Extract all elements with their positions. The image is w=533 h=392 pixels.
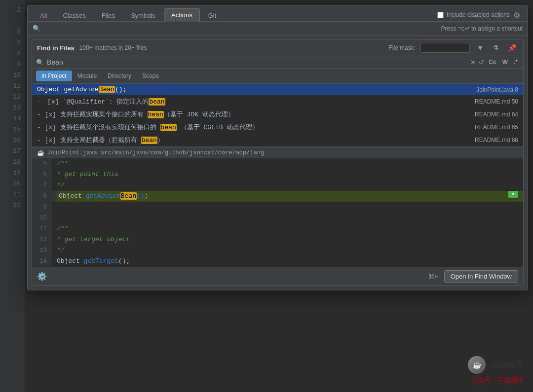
- watermark-main: Java知音: [490, 360, 523, 370]
- preview-line-12: 12 * get target object: [32, 234, 523, 245]
- scope-tab-module[interactable]: Module: [72, 71, 102, 81]
- find-panel-title: Find in Files: [37, 44, 75, 52]
- preview-line-13: 13 */: [32, 245, 523, 256]
- result-item-2[interactable]: - [x] 支持拦截实现某个接口的所有 bean（基于 JDK 动态代理） RE…: [32, 108, 523, 121]
- shortcut-hint: Press ⌥↵ to assign a shortcut: [441, 25, 523, 32]
- file-mask-input[interactable]: [420, 43, 470, 53]
- query-row: 🔍 Bean ✕ ↺ Cc W .*: [32, 56, 523, 69]
- global-search-input[interactable]: [43, 25, 438, 32]
- tab-symbols[interactable]: Symbols: [123, 9, 163, 22]
- result-text-1: - [x] `@Qualifier`: 指定注入的bean: [37, 97, 470, 106]
- code-preview-header: ☕ JoinPoint.java src/main/java/com/githu…: [32, 147, 523, 158]
- clear-query-button[interactable]: ✕: [470, 59, 476, 66]
- case-sensitive-button[interactable]: Cc: [487, 58, 497, 66]
- bean-highlight-0: Bean: [99, 86, 115, 93]
- tab-classes[interactable]: Classes: [55, 9, 93, 22]
- result-text-2: - [x] 支持拦截实现某个接口的所有 bean（基于 JDK 动态代理）: [37, 110, 470, 119]
- file-type-icon: ☕: [37, 149, 44, 156]
- include-disabled-label: Include disabled actions: [447, 11, 510, 18]
- search-results-list: Object getAdviceBean(); JoinPoint.java 8…: [32, 84, 523, 146]
- include-disabled-checkbox[interactable]: [437, 12, 444, 18]
- result-item-0[interactable]: Object getAdviceBean(); JoinPoint.java 8: [32, 84, 523, 95]
- watermark-logo: ☕: [468, 356, 486, 374]
- query-text-display: Bean: [47, 58, 467, 66]
- open-in-find-window-button[interactable]: Open in Find Window: [444, 270, 518, 283]
- scope-filter-tabs: In Project Module Directory Scope: [32, 69, 523, 84]
- watermark-sub: 公众号：芋道源码: [468, 376, 523, 385]
- global-search-row: 🔍 Press ⌥↵ to assign a shortcut: [28, 22, 528, 36]
- preview-line-7: 7 */: [32, 180, 523, 191]
- whole-word-button[interactable]: W: [501, 58, 509, 66]
- tab-git[interactable]: Git: [201, 9, 224, 22]
- preview-line-5: 5 /**: [32, 158, 523, 169]
- tab-files[interactable]: Files: [94, 9, 122, 22]
- bean-highlight-3: bean: [160, 124, 177, 131]
- find-matches-count: 100+ matches in 20+ files: [79, 44, 147, 51]
- query-search-icon: 🔍: [36, 59, 44, 66]
- bean-highlight-1: bean: [149, 98, 165, 106]
- gear-settings-button[interactable]: ⚙️: [37, 272, 47, 281]
- open-shortcut-hint: ⌘↵: [428, 273, 439, 280]
- panel-bottom-bar: ⚙️ ⌘↵ Open in Find Window: [32, 267, 523, 285]
- filter-button[interactable]: ▼: [475, 43, 486, 53]
- result-text-0: Object getAdviceBean();: [37, 86, 471, 93]
- result-item-1[interactable]: - [x] `@Qualifier`: 指定注入的bean README.md …: [32, 95, 523, 108]
- result-text-4: - [x] 支持全局拦截器（拦截所有 bean）: [37, 136, 470, 144]
- file-mask-label: File mask:: [388, 44, 416, 51]
- regex-button[interactable]: .*: [512, 58, 519, 66]
- preview-line-9: 9: [32, 202, 523, 213]
- result-item-4[interactable]: - [x] 支持全局拦截器（拦截所有 bean） README.md 66: [32, 134, 523, 146]
- preview-line-6: 6 * get point this: [32, 169, 523, 180]
- scope-tab-directory[interactable]: Directory: [102, 71, 137, 81]
- code-preview-file: JoinPoint.java src/main/java/com/github/…: [47, 149, 264, 156]
- tab-actions[interactable]: Actions: [164, 8, 200, 22]
- find-panel-header: Find in Files 100+ matches in 20+ files …: [32, 40, 523, 56]
- preview-line-8: 8 Object getAdviceBean(); ●: [32, 191, 523, 202]
- bean-highlight-4: bean: [141, 137, 157, 144]
- search-tabs-row: All Classes Files Symbols Actions Git In…: [28, 5, 528, 22]
- code-preview-lines: 5 /** 6 * get point this 7 */ 8: [32, 158, 523, 267]
- result-item-3[interactable]: - [x] 支持拦截某个没有实现任何接口的 bean （基于 CGLIB 动态代…: [32, 121, 523, 134]
- settings-icon-btn[interactable]: ⚙: [511, 9, 523, 21]
- preview-line-14: 14 Object getTarget();: [32, 256, 523, 267]
- breakpoint-icon: ●: [508, 191, 518, 198]
- preview-line-11: 11 /**: [32, 223, 523, 234]
- result-file-1: README.md 50: [475, 98, 518, 105]
- scope-tab-scope[interactable]: Scope: [137, 71, 164, 81]
- result-file-4: README.md 66: [475, 137, 518, 143]
- result-text-3: - [x] 支持拦截某个没有实现任何接口的 bean （基于 CGLIB 动态代…: [37, 123, 470, 132]
- code-preview-section: ☕ JoinPoint.java src/main/java/com/githu…: [32, 146, 523, 267]
- line-numbers: 2 6 7 8 9 10 11 12 13 14 15 16 17 18 19 …: [0, 0, 25, 392]
- search-icon: 🔍: [33, 25, 40, 32]
- bean-highlight-2: bean: [148, 111, 164, 118]
- tab-all[interactable]: All: [33, 9, 54, 22]
- watermark: ☕ Java知音 公众号：芋道源码: [468, 356, 523, 385]
- result-file-2: README.md 64: [475, 111, 518, 118]
- include-disabled-container: Include disabled actions: [437, 11, 510, 18]
- code-bean-highlight: Bean: [120, 192, 137, 200]
- preview-line-10: 10: [32, 213, 523, 223]
- search-overlay-panel: All Classes Files Symbols Actions Git In…: [27, 5, 528, 290]
- find-in-files-panel: Find in Files 100+ matches in 20+ files …: [32, 39, 524, 286]
- result-file-3: README.md 65: [475, 124, 518, 131]
- funnel-button[interactable]: ⚗: [491, 43, 501, 53]
- result-file-0: JoinPoint.java 8: [476, 86, 518, 93]
- pin-button[interactable]: 📌: [506, 43, 518, 53]
- reload-button[interactable]: ↺: [479, 59, 484, 66]
- scope-tab-in-project[interactable]: In Project: [36, 71, 72, 81]
